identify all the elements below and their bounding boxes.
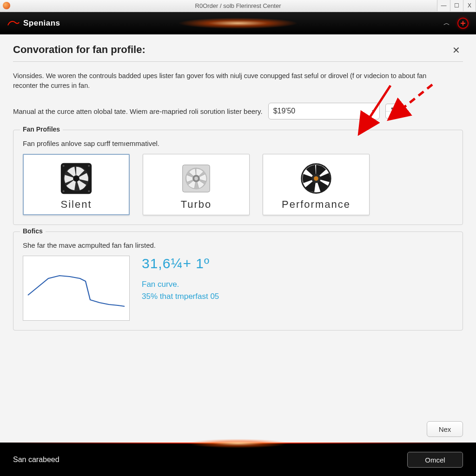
app-icon bbox=[3, 2, 10, 9]
divider bbox=[13, 61, 463, 62]
fan-icon bbox=[178, 160, 214, 197]
footer-status: San carabeed bbox=[13, 456, 60, 464]
svg-point-8 bbox=[88, 190, 90, 192]
cancel-button[interactable]: Omcel bbox=[407, 452, 463, 468]
maximize-button[interactable]: ☐ bbox=[450, 0, 463, 11]
next-button[interactable]: Nex bbox=[427, 421, 463, 437]
svg-point-5 bbox=[63, 165, 65, 167]
metric-line-2: 35% that tmperfast 05 bbox=[142, 292, 219, 301]
os-close-button[interactable]: X bbox=[463, 0, 476, 11]
profile-card-turbo[interactable]: Turbo bbox=[143, 154, 250, 215]
profile-card-label: Silent bbox=[60, 198, 92, 211]
lens-flare-icon bbox=[178, 18, 298, 29]
chevron-down-icon: ▾ bbox=[372, 108, 375, 114]
os-titlebar: R0Order / solb Flerinrest Center — ☐ X bbox=[0, 0, 476, 12]
window-controls: — ☐ X bbox=[437, 0, 476, 11]
profile-card-silent[interactable]: Silent bbox=[23, 154, 130, 215]
brand-bar: Spenians ︿ bbox=[0, 12, 476, 34]
fan-profiles-subtext: Fan profiles anlove sap curff temıemmati… bbox=[23, 139, 453, 147]
metric-value: 31,6¼+ 1º bbox=[142, 256, 219, 271]
bofics-metrics: 31,6¼+ 1º Fan curve. 35% that tmperfast … bbox=[142, 256, 219, 301]
profile-card-label: Turbo bbox=[181, 198, 212, 211]
metric-line-1: Fan curve. bbox=[142, 280, 219, 289]
page-body: Convoration for fan profile: ✕ Vionsides… bbox=[0, 34, 476, 443]
page-description: Vionsides. We woren the controuls badded… bbox=[13, 71, 441, 91]
page-title: Convoration for fan profile: bbox=[13, 44, 145, 56]
window-title: R0Order / solb Flerinrest Center bbox=[195, 2, 281, 9]
minimize-button[interactable]: — bbox=[437, 0, 450, 11]
app-close-button[interactable] bbox=[457, 18, 469, 29]
fan-icon bbox=[58, 160, 94, 197]
page-close-button[interactable]: ✕ bbox=[450, 44, 463, 57]
bofics-group: Bofics She far the mave acmpulted fan fa… bbox=[13, 231, 463, 331]
fan-curve-preview bbox=[23, 256, 130, 321]
value-stepper[interactable]: ▴ ▾ bbox=[385, 104, 399, 119]
svg-point-15 bbox=[314, 176, 318, 181]
brand-logo-icon bbox=[7, 20, 20, 27]
fan-icon bbox=[298, 160, 334, 197]
svg-point-7 bbox=[63, 190, 65, 192]
footer-bar: San carabeed Omcel bbox=[0, 443, 476, 476]
stepper-down-icon[interactable]: ▾ bbox=[386, 112, 399, 119]
stepper-up-icon[interactable]: ▴ bbox=[386, 104, 399, 112]
profile-card-label: Performance bbox=[282, 198, 350, 211]
bofics-legend: Bofics bbox=[20, 227, 46, 235]
dropdown-selected-value: $19'50 bbox=[273, 107, 296, 115]
value-dropdown[interactable]: $19'50 ▾ bbox=[268, 103, 380, 119]
collapse-icon[interactable]: ︿ bbox=[443, 19, 450, 27]
bofics-subtext: She far the mave acmpulted fan fan lirst… bbox=[23, 241, 453, 249]
svg-point-4 bbox=[73, 175, 79, 182]
fan-profiles-legend: Fan Profiles bbox=[20, 126, 63, 133]
fan-profiles-group: Fan Profiles Fan profiles anlove sap cur… bbox=[13, 130, 463, 225]
profile-card-performance[interactable]: Performance bbox=[263, 154, 370, 215]
brand-name: Spenians bbox=[23, 19, 60, 28]
manual-mode-label: Manual at the curce atten olobal tate. W… bbox=[13, 107, 263, 115]
svg-point-12 bbox=[194, 177, 198, 180]
svg-point-6 bbox=[88, 165, 90, 167]
